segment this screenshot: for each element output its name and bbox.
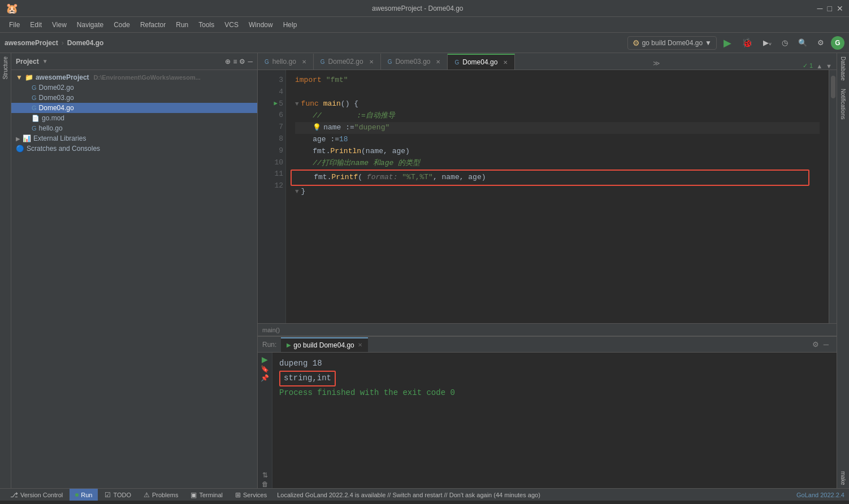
database-label[interactable]: Database [839, 53, 847, 84]
coverage-button[interactable]: ▶ᵥ [760, 37, 775, 49]
tab-dome03[interactable]: G Dome03.go ✕ [381, 54, 448, 69]
editor-scrollbar[interactable] [829, 70, 837, 323]
project-dropdown-arrow[interactable]: ▼ [42, 58, 48, 64]
sort-icon[interactable]: ⇅ [262, 471, 268, 479]
line-num-6: 6 [262, 110, 283, 121]
menu-code[interactable]: Code [109, 19, 135, 31]
run-config-arrow: ▼ [705, 39, 712, 47]
tab-dome04[interactable]: G Dome04.go ✕ [448, 54, 515, 69]
run-play-icon[interactable]: ▶ [262, 355, 268, 364]
pin-icon[interactable]: 📌 [261, 374, 269, 382]
tab-hello[interactable]: G hello.go ✕ [258, 54, 314, 69]
menu-run[interactable]: Run [171, 19, 193, 31]
status-tab-vcs[interactable]: ⎇ Version Control [5, 489, 68, 501]
app-logo: 🐹 [6, 2, 18, 15]
line-num-3: 3 [262, 75, 283, 86]
structure-label[interactable]: Structure [1, 53, 10, 83]
menu-edit[interactable]: Edit [25, 19, 46, 31]
file-hello[interactable]: G hello.go [11, 123, 257, 133]
close-panel-icon[interactable]: ─ [822, 339, 830, 350]
todo-label: TODO [113, 492, 131, 498]
scroll-down-icon[interactable]: ▼ [826, 63, 832, 69]
run-button[interactable]: ▶ [720, 35, 735, 51]
settings-button[interactable]: ⚙ [814, 37, 828, 49]
output-line-3: Process finished with the exit code 0 [279, 386, 830, 400]
project-hide-icon[interactable]: ─ [248, 58, 253, 66]
tab-label: Dome04.go [462, 58, 497, 66]
file-name: go.mod [42, 114, 64, 122]
line-num-12: 12 [262, 180, 283, 192]
project-locate-icon[interactable]: ⊕ [225, 58, 231, 66]
menu-navigate[interactable]: Navigate [72, 19, 108, 31]
scrollbar-thumb[interactable] [831, 76, 835, 98]
tab-close-icon[interactable]: ✕ [436, 59, 440, 65]
breadcrumb-file[interactable]: Dome04.go [67, 39, 104, 47]
status-tab-services[interactable]: ⊞ Services [229, 489, 272, 501]
highlighted-code-block: fmt.Printf( format: "%T,%T", name, age) [291, 170, 809, 186]
tab-more-button[interactable]: ≫ [648, 57, 665, 69]
go-icon: G [32, 84, 37, 91]
run-content: dupeng 18 string,int Process finished wi… [272, 353, 837, 488]
menu-view[interactable]: View [47, 19, 71, 31]
code-content[interactable]: import "fmt" ▼ func main() { // :=自动推导 💡 [286, 70, 829, 323]
scroll-up-icon[interactable]: ▲ [816, 63, 822, 69]
statusbar: ⎇ Version Control Run ☑ TODO ⚠ Problems … [0, 488, 849, 501]
status-tab-todo[interactable]: ☑ TODO [99, 489, 137, 501]
tree-root[interactable]: ▼ 📁 awesomeProject D:\Environment\GoWork… [11, 72, 257, 82]
menu-window[interactable]: Window [244, 19, 278, 31]
editor-right-controls: ✓ 1 ▲ ▼ [798, 62, 837, 69]
make-label[interactable]: make [839, 468, 847, 488]
minimize-button[interactable]: ─ [817, 4, 823, 13]
menubar: File Edit View Navigate Code Refactor Ru… [0, 17, 849, 33]
status-tab-terminal[interactable]: ▣ Terminal [185, 489, 228, 501]
file-gomod[interactable]: 📄 go.mod [11, 113, 257, 123]
tab-close-icon[interactable]: ✕ [503, 59, 508, 66]
file-dome02[interactable]: G Dome02.go [11, 82, 257, 93]
debug-button[interactable]: 🐞 [738, 36, 756, 50]
file-dome04[interactable]: G Dome04.go [11, 103, 257, 113]
menu-tools[interactable]: Tools [194, 19, 219, 31]
run-tab-close[interactable]: ✕ [358, 342, 362, 348]
close-button[interactable]: ✕ [837, 4, 843, 13]
tab-label: Dome02.go [328, 58, 363, 66]
editor-breadcrumb: main() [258, 323, 837, 336]
window-title: awesomeProject - Dome04.go [18, 5, 817, 12]
menu-help[interactable]: Help [279, 19, 302, 31]
vcs-icon: ⎇ [10, 491, 18, 499]
menu-file[interactable]: File [5, 19, 24, 31]
user-avatar[interactable]: G [831, 36, 844, 50]
tab-dome02[interactable]: G Dome02.go ✕ [314, 54, 381, 69]
output-highlighted-text: string,int [279, 371, 336, 386]
menu-vcs[interactable]: VCS [220, 19, 243, 31]
search-button[interactable]: 🔍 [795, 37, 811, 49]
bottom-tab-run[interactable]: ▶ go build Dome04.go ✕ [281, 337, 367, 352]
scratches-and-consoles[interactable]: 🔵 Scratches and Consoles [11, 144, 257, 154]
project-collapse-icon[interactable]: ≡ [233, 58, 237, 66]
file-dome03[interactable]: G Dome03.go [11, 93, 257, 103]
bookmark-icon[interactable]: 🔖 [261, 365, 269, 373]
tab-label: Dome03.go [395, 58, 430, 66]
delete-icon[interactable]: 🗑 [262, 480, 268, 488]
status-tab-problems[interactable]: ⚠ Problems [138, 489, 184, 501]
status-tab-run[interactable]: Run [70, 489, 98, 501]
breadcrumb-main: main() [262, 327, 280, 333]
external-libraries[interactable]: ▶ 📊 External Libraries [11, 133, 257, 144]
project-settings-icon[interactable]: ⚙ [239, 58, 245, 66]
tab-close-icon[interactable]: ✕ [302, 59, 306, 65]
settings-icon[interactable]: ⚙ [811, 339, 820, 350]
tab-close-icon[interactable]: ✕ [369, 59, 374, 65]
maximize-button[interactable]: □ [828, 4, 832, 13]
run-config-selector[interactable]: ⚙ go build Dome04.go ▼ [627, 36, 717, 50]
terminal-label: Terminal [199, 492, 223, 498]
code-line-11: fmt.Printf( format: "%T,%T", name, age) [295, 170, 820, 186]
run-config-label: go build Dome04.go [642, 39, 703, 47]
breadcrumb-project[interactable]: awesomeProject [5, 39, 58, 47]
bottom-toolbar: ⚙ ─ [809, 338, 832, 351]
file-name: hello.go [39, 124, 63, 132]
notifications-label[interactable]: Notifications [839, 85, 847, 123]
menu-refactor[interactable]: Refactor [136, 19, 170, 31]
go-icon: G [32, 105, 37, 111]
line-numbers: 3 4 ▶5 6 7 8 9 10 11 12 [258, 70, 286, 323]
breadcrumb-sep: › [62, 39, 64, 47]
profile-button[interactable]: ◷ [778, 37, 791, 49]
